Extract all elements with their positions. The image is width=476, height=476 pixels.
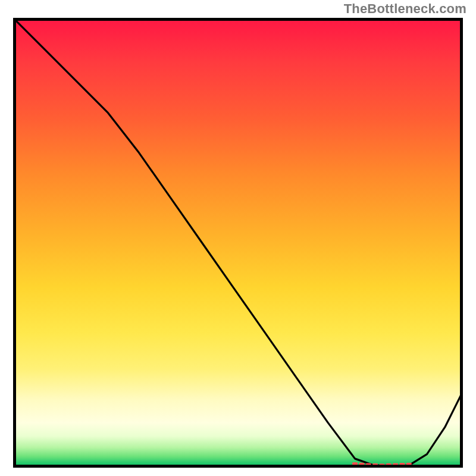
marker-point — [406, 463, 412, 468]
plot-area — [13, 18, 463, 468]
plot-border — [13, 18, 463, 468]
marker-point — [359, 463, 364, 468]
marker-point — [352, 462, 358, 468]
marker-point — [379, 464, 384, 468]
watermark-text: TheBottleneck.com — [344, 1, 466, 17]
chart-container: TheBottleneck.com — [0, 0, 476, 476]
marker-point — [399, 463, 405, 468]
marker-point — [386, 464, 392, 468]
chart-svg — [13, 18, 463, 468]
marker-point — [393, 463, 398, 468]
curve-line — [13, 18, 463, 466]
marker-point — [366, 463, 371, 468]
bottom-marker-series — [352, 462, 412, 468]
marker-point — [372, 464, 378, 468]
